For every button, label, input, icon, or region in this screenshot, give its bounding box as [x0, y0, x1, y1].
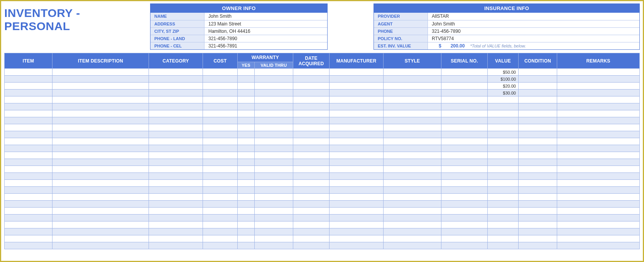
- table-cell[interactable]: [330, 117, 384, 124]
- table-cell[interactable]: [5, 166, 52, 173]
- table-cell[interactable]: [255, 215, 293, 221]
- table-cell[interactable]: [203, 242, 238, 249]
- table-cell[interactable]: [255, 110, 293, 117]
- table-cell[interactable]: [238, 194, 255, 201]
- table-cell[interactable]: [238, 96, 255, 103]
- table-cell[interactable]: [149, 90, 203, 96]
- col-serial-no[interactable]: SERIAL NO.: [441, 53, 488, 69]
- table-cell[interactable]: [384, 103, 441, 110]
- table-cell[interactable]: [384, 166, 441, 173]
- table-cell[interactable]: [557, 208, 640, 215]
- table-cell[interactable]: [52, 159, 149, 166]
- table-cell[interactable]: [384, 221, 441, 228]
- table-cell[interactable]: [519, 159, 557, 166]
- table-cell[interactable]: [384, 90, 441, 96]
- table-cell[interactable]: [519, 96, 557, 103]
- table-cell[interactable]: [203, 152, 238, 159]
- table-cell[interactable]: [330, 69, 384, 76]
- col-manufacturer[interactable]: MANUFACTURER: [330, 53, 384, 69]
- table-cell[interactable]: [441, 131, 488, 138]
- table-cell[interactable]: [384, 208, 441, 215]
- table-cell[interactable]: [293, 131, 330, 138]
- table-cell[interactable]: [238, 138, 255, 145]
- table-cell[interactable]: [330, 215, 384, 221]
- table-cell[interactable]: [293, 145, 330, 152]
- table-cell[interactable]: [238, 131, 255, 138]
- table-cell[interactable]: [557, 166, 640, 173]
- table-cell[interactable]: [441, 83, 488, 90]
- table-cell[interactable]: [5, 138, 52, 145]
- table-cell[interactable]: $50.00: [488, 69, 519, 76]
- table-cell[interactable]: [238, 166, 255, 173]
- table-cell[interactable]: [488, 173, 519, 180]
- table-cell[interactable]: [330, 159, 384, 166]
- table-cell[interactable]: [557, 187, 640, 194]
- owner-field-value[interactable]: John Smith: [205, 13, 327, 20]
- table-cell[interactable]: [203, 215, 238, 221]
- table-cell[interactable]: [488, 138, 519, 145]
- table-cell[interactable]: [330, 235, 384, 242]
- table-cell[interactable]: [330, 103, 384, 110]
- table-cell[interactable]: [149, 235, 203, 242]
- table-cell[interactable]: [203, 103, 238, 110]
- table-cell[interactable]: [5, 103, 52, 110]
- table-cell[interactable]: [330, 242, 384, 249]
- table-cell[interactable]: [203, 117, 238, 124]
- table-cell[interactable]: [488, 124, 519, 131]
- table-cell[interactable]: [519, 124, 557, 131]
- table-cell[interactable]: [5, 131, 52, 138]
- table-cell[interactable]: [293, 208, 330, 215]
- table-cell[interactable]: $30.00: [488, 90, 519, 96]
- table-cell[interactable]: [441, 90, 488, 96]
- table-cell[interactable]: [384, 110, 441, 117]
- table-cell[interactable]: [52, 173, 149, 180]
- table-cell[interactable]: [519, 110, 557, 117]
- table-cell[interactable]: [519, 215, 557, 221]
- table-cell[interactable]: [330, 166, 384, 173]
- table-cell[interactable]: [330, 228, 384, 235]
- table-cell[interactable]: [293, 110, 330, 117]
- table-cell[interactable]: [384, 145, 441, 152]
- table-cell[interactable]: [441, 173, 488, 180]
- insurance-field-value[interactable]: 321-456-7890: [428, 28, 639, 35]
- table-cell[interactable]: [5, 83, 52, 90]
- table-cell[interactable]: [519, 235, 557, 242]
- table-cell[interactable]: [441, 145, 488, 152]
- table-cell[interactable]: [255, 180, 293, 187]
- table-cell[interactable]: [488, 201, 519, 208]
- table-cell[interactable]: [293, 76, 330, 83]
- table-cell[interactable]: [52, 228, 149, 235]
- table-cell[interactable]: [441, 152, 488, 159]
- table-cell[interactable]: [330, 180, 384, 187]
- table-cell[interactable]: [149, 187, 203, 194]
- table-cell[interactable]: [52, 124, 149, 131]
- table-cell[interactable]: [238, 90, 255, 96]
- table-cell[interactable]: [557, 90, 640, 96]
- table-cell[interactable]: [255, 166, 293, 173]
- insurance-field-value[interactable]: AllSTAR: [428, 13, 639, 20]
- table-cell[interactable]: [203, 159, 238, 166]
- table-cell[interactable]: [149, 242, 203, 249]
- table-cell[interactable]: [255, 221, 293, 228]
- table-cell[interactable]: [238, 180, 255, 187]
- table-cell[interactable]: [441, 187, 488, 194]
- table-cell[interactable]: [330, 173, 384, 180]
- table-cell[interactable]: [255, 96, 293, 103]
- table-cell[interactable]: [330, 194, 384, 201]
- table-cell[interactable]: [238, 208, 255, 215]
- table-cell[interactable]: [203, 110, 238, 117]
- table-cell[interactable]: [330, 76, 384, 83]
- table-cell[interactable]: [149, 159, 203, 166]
- table-cell[interactable]: [384, 173, 441, 180]
- table-cell[interactable]: [203, 90, 238, 96]
- table-cell[interactable]: [293, 166, 330, 173]
- table-cell[interactable]: [293, 242, 330, 249]
- table-cell[interactable]: [5, 69, 52, 76]
- table-cell[interactable]: [330, 138, 384, 145]
- table-cell[interactable]: [557, 228, 640, 235]
- table-cell[interactable]: [5, 117, 52, 124]
- table-cell[interactable]: [203, 69, 238, 76]
- table-cell[interactable]: [384, 124, 441, 131]
- table-cell[interactable]: [5, 152, 52, 159]
- table-cell[interactable]: [488, 103, 519, 110]
